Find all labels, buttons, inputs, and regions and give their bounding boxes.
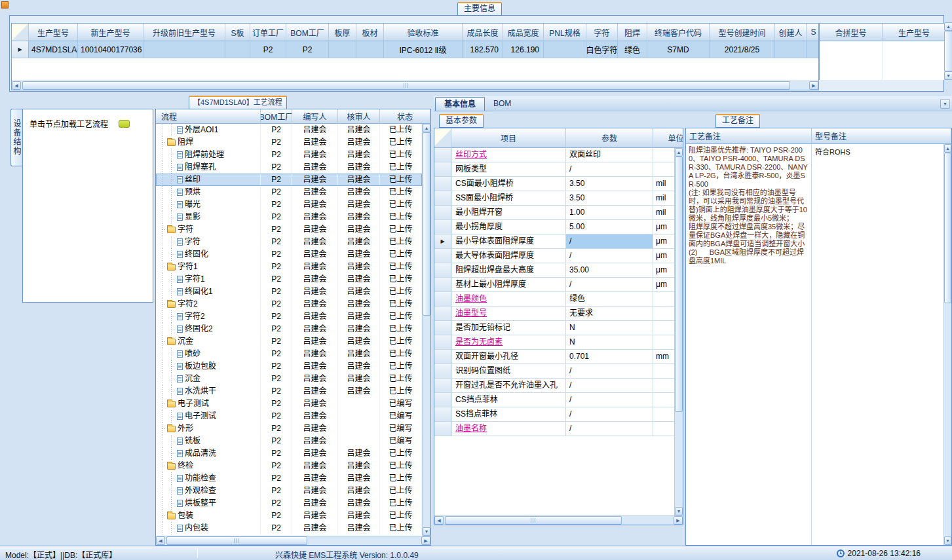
hscroll-track[interactable] xyxy=(165,536,421,545)
hscroll-thumb[interactable] xyxy=(445,516,622,525)
tree-row[interactable]: 板边包胶P2吕建会吕建会已上传 xyxy=(156,360,422,373)
select-all-corner[interactable] xyxy=(12,24,29,41)
param-row[interactable]: 油墨颜色绿色 xyxy=(434,292,674,307)
param-row[interactable]: 是否加无铅标记N xyxy=(434,321,674,335)
param-vscrollbar[interactable]: ▲ ▼ xyxy=(674,148,683,515)
tree-row[interactable]: 外观检查P2吕建会吕建会已上传 xyxy=(156,485,422,497)
hscroll-track[interactable] xyxy=(444,516,674,525)
main-grid-hscrollbar[interactable]: ◀ ▶ xyxy=(12,81,818,90)
column-header[interactable]: 验收标准 xyxy=(384,24,463,41)
param-item[interactable]: 油墨名称 xyxy=(451,422,566,436)
tree-row[interactable]: 预烘P2吕建会吕建会已上传 xyxy=(156,186,422,198)
column-header-bom-factory[interactable]: BOM工厂 xyxy=(261,109,292,124)
tree-hscrollbar[interactable]: ◀ ▶ xyxy=(156,536,430,545)
vscroll-thumb[interactable] xyxy=(675,157,683,412)
tab-bom[interactable]: BOM xyxy=(485,97,520,111)
param-row[interactable]: SS挡点菲林/ xyxy=(434,407,674,422)
column-header[interactable]: 成品宽度 xyxy=(503,24,544,41)
param-row[interactable]: 是否为无卤素N xyxy=(434,335,674,350)
param-value[interactable]: / xyxy=(566,379,653,393)
vscroll-track[interactable] xyxy=(675,157,683,507)
param-row[interactable]: CS挡点菲林/ xyxy=(434,393,674,407)
column-header-prod-model[interactable]: 生产型号 xyxy=(883,24,944,41)
tree-row[interactable]: 终固化2P2吕建会吕建会已上传 xyxy=(156,323,422,335)
scroll-up-button[interactable]: ▲ xyxy=(423,124,430,132)
param-item[interactable]: 是否为无卤素 xyxy=(451,335,566,350)
param-value[interactable]: / xyxy=(566,407,653,422)
param-value[interactable]: N xyxy=(566,321,653,335)
param-value[interactable]: N xyxy=(566,335,653,350)
tree-row[interactable]: 外形P2吕建会已编写 xyxy=(156,422,422,435)
vscroll-thumb[interactable] xyxy=(944,153,951,303)
column-header-merge-model[interactable]: 合拼型号 xyxy=(820,24,883,41)
column-header-process-note[interactable]: 工艺备注 xyxy=(686,128,812,144)
tree-row[interactable]: 成品清洗P2吕建会吕建会已上传 xyxy=(156,447,422,460)
param-value[interactable]: 双面丝印 xyxy=(566,148,653,162)
tree-row[interactable]: 曝光P2吕建会吕建会已上传 xyxy=(156,198,422,211)
param-value[interactable]: 1.00 xyxy=(566,206,653,220)
param-value[interactable]: / xyxy=(566,162,653,177)
tree-row[interactable]: 铣板P2吕建会已编写 xyxy=(156,435,422,447)
tree-vscrollbar[interactable]: ▲ ▼ xyxy=(422,124,430,536)
param-row[interactable]: 开窗过孔是否不允许油墨入孔/ xyxy=(434,379,674,393)
tree-row[interactable]: 丝印P2吕建会吕建会已上传 xyxy=(156,174,422,186)
tree-row[interactable]: 显影P2吕建会吕建会已上传 xyxy=(156,211,422,223)
main-grid-data-row[interactable]: ▶4S7MD1SLA010010400177036P2P2IPC-6012 Ⅱ级… xyxy=(12,41,818,58)
vscroll-track[interactable] xyxy=(944,31,952,71)
column-header-item[interactable]: 项目 xyxy=(451,128,566,148)
scroll-right-button[interactable]: ▶ xyxy=(674,516,683,525)
column-header[interactable]: 创建人 xyxy=(775,24,807,41)
param-row[interactable]: 丝印方式双面丝印 xyxy=(434,148,674,162)
tree-row[interactable]: 沉金P2吕建会吕建会已上传 xyxy=(156,373,422,385)
param-row[interactable]: CS面最小阻焊桥3.50mil xyxy=(434,177,674,191)
param-hscrollbar[interactable]: ◀ ▶ xyxy=(434,515,683,525)
tree-row[interactable]: 字符1P2吕建会吕建会已上传 xyxy=(156,273,422,286)
param-value[interactable]: / xyxy=(566,422,653,436)
scroll-down-button[interactable]: ▼ xyxy=(944,71,952,80)
column-header[interactable]: S板 xyxy=(225,24,250,41)
column-header[interactable]: 阻焊 xyxy=(618,24,647,41)
param-value[interactable]: 5.00 xyxy=(566,220,653,234)
param-row[interactable]: 最小拐角厚度5.00μm xyxy=(434,220,674,234)
column-header[interactable]: PNL规格 xyxy=(544,24,586,41)
param-value[interactable]: 绿色 xyxy=(566,292,653,307)
param-value[interactable]: 3.50 xyxy=(566,177,653,191)
tab-main-info[interactable]: 主要信息 xyxy=(457,2,502,16)
param-row[interactable]: SS面最小阻焊桥3.50mil xyxy=(434,191,674,206)
hscroll-track[interactable] xyxy=(21,81,809,90)
notes-vscrollbar[interactable]: ▲ ▼ xyxy=(943,144,951,545)
scroll-left-button[interactable]: ◀ xyxy=(434,516,444,525)
column-header[interactable]: 终端客户代码 xyxy=(647,24,710,41)
column-header[interactable]: 成品长度 xyxy=(463,24,503,41)
column-header[interactable]: 升级前旧生产型号 xyxy=(143,24,225,41)
param-row[interactable]: 双面开窗最小孔径0.701mm xyxy=(434,350,674,364)
param-row[interactable]: 阻焊超出焊盘最大高度35.00μm xyxy=(434,263,674,278)
tree-row[interactable]: 包装P2吕建会吕建会已上传 xyxy=(156,510,422,522)
tree-row[interactable]: 水洗烘干P2吕建会吕建会已上传 xyxy=(156,385,422,398)
vscroll-thumb[interactable] xyxy=(944,31,952,71)
tree-row[interactable]: 阻焊前处理P2吕建会吕建会已上传 xyxy=(156,149,422,161)
scroll-down-button[interactable]: ▼ xyxy=(944,536,951,545)
tree-row[interactable]: 外层AOI1P2吕建会吕建会已上传 xyxy=(156,124,422,136)
main-info-vscrollbar[interactable]: ▲ ▼ xyxy=(944,22,952,80)
param-item[interactable]: 油墨型号 xyxy=(451,307,566,321)
column-header[interactable]: 板厚 xyxy=(329,24,356,41)
column-header-status[interactable]: 状态 xyxy=(380,109,430,124)
tree-row[interactable]: 终检P2吕建会吕建会已上传 xyxy=(156,460,422,472)
tree-row[interactable]: 阻焊P2吕建会吕建会已上传 xyxy=(156,136,422,149)
param-row[interactable]: ▶最小导体表面阻焊厚度/μm xyxy=(434,234,674,249)
param-value[interactable]: / xyxy=(566,278,653,292)
column-header[interactable]: 订单工厂 xyxy=(250,24,286,41)
scroll-up-button[interactable]: ▲ xyxy=(944,22,952,31)
tree-row[interactable]: 字符P2吕建会吕建会已上传 xyxy=(156,236,422,248)
column-header-writer[interactable]: 编写人 xyxy=(292,109,338,124)
column-header-reviewer[interactable]: 核审人 xyxy=(338,109,380,124)
param-value[interactable]: 0.701 xyxy=(566,350,653,364)
tabband-dropdown-button[interactable]: ▼ xyxy=(940,99,950,109)
param-value[interactable]: 35.00 xyxy=(566,263,653,278)
tree-row[interactable]: 终固化1P2吕建会吕建会已上传 xyxy=(156,286,422,298)
tree-row[interactable]: 喷砂P2吕建会吕建会已上传 xyxy=(156,348,422,360)
param-row[interactable]: 最小阻焊开窗1.00mil xyxy=(434,206,674,220)
tree-row[interactable]: 烘板整平P2吕建会吕建会已上传 xyxy=(156,497,422,510)
param-row[interactable]: 油墨型号无要求 xyxy=(434,307,674,321)
